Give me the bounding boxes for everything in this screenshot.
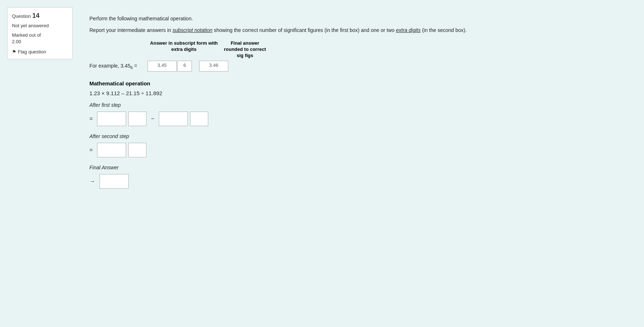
- main-content: Perform the following mathematical opera…: [79, 7, 637, 320]
- header-row: Answer in subscript form with extra digi…: [89, 40, 626, 59]
- operation-display: 1.23 × 9.112 – 21.15 ÷ 11.892: [89, 90, 626, 96]
- flag-icon: ⚑: [12, 49, 16, 54]
- intro-line1: Perform the following mathematical opera…: [89, 15, 626, 23]
- question-number: 14: [32, 12, 40, 19]
- first-step-answer-row: = −: [89, 112, 626, 126]
- math-section-title: Mathematical operation: [89, 80, 626, 86]
- first-step-sub-input[interactable]: [128, 112, 146, 126]
- example-row: For example, 3.456 = 3.45 6 3.46: [89, 61, 626, 72]
- after-first-step-label: After first step: [89, 102, 626, 108]
- final-answer-input[interactable]: [100, 174, 129, 189]
- intro-line2: Report your intermediate answers in subs…: [89, 26, 626, 34]
- example-label: For example, 3.456 =: [89, 63, 148, 70]
- equals-sign-1: =: [89, 116, 93, 122]
- question-info-box: Question 14 Not yet answered Marked out …: [7, 7, 73, 59]
- final-answer-label: Final Answer: [89, 165, 626, 170]
- question-status: Not yet answered: [12, 23, 68, 29]
- second-step-main-input[interactable]: [97, 143, 126, 157]
- sidebar: Question 14 Not yet answered Marked out …: [7, 7, 73, 320]
- after-second-step-label: After second step: [89, 133, 626, 139]
- example-input-main: 3.45: [148, 61, 177, 72]
- subscript-6: 6: [130, 65, 133, 70]
- col-final-header: Final answer rounded to correct sig figs: [223, 40, 267, 59]
- question-label: Question 14: [12, 12, 68, 20]
- example-input-sub: 6: [177, 61, 192, 72]
- minus-sign: −: [151, 116, 154, 122]
- example-table: Answer in subscript form with extra digi…: [89, 40, 626, 72]
- marked-out-of: Marked out of 2.00: [12, 32, 68, 45]
- first-step-second-sub-input[interactable]: [190, 112, 208, 126]
- subscript-group: 3.45 6: [148, 61, 192, 72]
- first-step-main-input[interactable]: [97, 112, 126, 126]
- extra-digits-text: extra digits: [396, 27, 421, 33]
- page-wrapper: Question 14 Not yet answered Marked out …: [0, 0, 644, 327]
- math-section: Mathematical operation 1.23 × 9.112 – 21…: [89, 80, 626, 189]
- example-final-answer: 3.46: [199, 61, 228, 72]
- second-step-sub-input[interactable]: [128, 143, 146, 157]
- final-answer-group: 3.46: [199, 61, 228, 72]
- flag-question-button[interactable]: ⚑ Flag question: [12, 49, 68, 54]
- col-subscript-header: Answer in subscript form with extra digi…: [148, 40, 220, 59]
- subscript-notation-text: subscript notation: [173, 27, 213, 33]
- arrow-sign: →: [89, 178, 95, 185]
- equals-sign-2: =: [89, 147, 93, 153]
- final-answer-row: →: [89, 174, 626, 189]
- second-step-answer-row: =: [89, 143, 626, 157]
- first-step-second-main-input[interactable]: [159, 112, 188, 126]
